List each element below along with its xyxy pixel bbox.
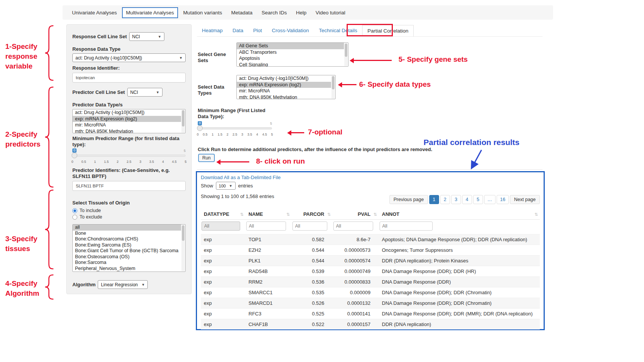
scrollbar[interactable] <box>181 225 185 271</box>
column-header-datatype[interactable]: DATATYPE⇅ <box>201 209 245 220</box>
filter-datatype-input[interactable] <box>202 222 240 231</box>
data-types-listbox[interactable]: act: Drug Activity (-log10[IC50M]) exp: … <box>236 75 336 99</box>
page-ellipsis: … <box>484 195 496 204</box>
tissues-listbox[interactable]: all Bone Bone:Chondrosarcoma (CHS) Bone:… <box>72 224 186 272</box>
min-range-slider[interactable]: 0 5 0 0.5 1 1.5 2 2.5 3 3.5 4 4.5 5 <box>198 121 272 138</box>
listbox-option-selected[interactable]: exp: mRNA Expression (log2) <box>73 116 181 122</box>
scrollbar[interactable] <box>181 110 185 133</box>
filter-parcor-input[interactable] <box>292 222 327 231</box>
predictor-data-types-listbox[interactable]: act: Drug Activity (-log10[IC50M]) exp: … <box>72 109 186 133</box>
radio-icon <box>72 215 77 220</box>
response-cell-line-set-label: Response Cell Line Set <box>72 34 127 40</box>
column-header-name[interactable]: NAME⇅ <box>245 209 292 220</box>
page-button-2[interactable]: 2 <box>440 195 450 204</box>
listbox-option[interactable]: ABC Transporters <box>237 49 344 56</box>
page-button-5[interactable]: 5 <box>473 195 483 204</box>
listbox-option[interactable]: Bone:Sarcoma <box>73 260 181 266</box>
nav-multivariate-analyses[interactable]: Multivariate Analyses <box>122 7 178 18</box>
table-row[interactable]: expEZH2 0.5440.00000573 Oncogenes; Tumor… <box>201 245 540 256</box>
min-predictor-range-label: Minimum Predictor Range (for first liste… <box>72 136 187 148</box>
slider-track[interactable] <box>198 127 272 130</box>
algorithm-select[interactable]: Linear Regression ▼ <box>98 280 148 289</box>
gene-sets-listbox[interactable]: All Gene Sets ABC Transporters Apoptosis… <box>236 42 349 67</box>
page-button-3[interactable]: 3 <box>451 195 461 204</box>
table-row[interactable]: expRAD54B 0.5390.00000749 DNA Damage Res… <box>201 266 540 277</box>
page-button-16[interactable]: 16 <box>497 195 509 204</box>
listbox-option[interactable]: mir: MicroRNA <box>237 88 331 94</box>
radio-to-include[interactable]: To include <box>72 208 186 213</box>
listbox-option-selected[interactable]: All Gene Sets <box>237 43 344 49</box>
nav-metadata[interactable]: Metadata <box>227 7 256 18</box>
nav-univariate-analyses[interactable]: Univariate Analyses <box>68 7 121 18</box>
nav-help[interactable]: Help <box>292 7 311 18</box>
predictor-identifiers-input[interactable] <box>72 181 186 191</box>
slider-handle[interactable] <box>72 153 77 158</box>
listbox-option[interactable]: Apoptosis <box>237 55 344 62</box>
table-row[interactable]: expPLK1 0.5440.00000574 DDR (DNA replica… <box>201 256 540 266</box>
predictor-cell-line-set-label: Predictor Cell Line Set <box>72 89 125 95</box>
slider-handle[interactable] <box>197 125 203 131</box>
listbox-option[interactable]: act: Drug Activity (-log10[IC50M]) <box>237 75 331 82</box>
annotation-bracket-4 <box>44 274 54 300</box>
listbox-option[interactable]: Bone:Ewing Sarcoma (ES) <box>73 242 181 248</box>
page-button-4[interactable]: 4 <box>462 195 472 204</box>
radio-icon <box>72 208 77 213</box>
listbox-option[interactable]: mth: DNA 850K Methylation <box>73 128 181 134</box>
predictor-cell-line-set-value: NCI <box>130 90 138 95</box>
listbox-option-selected[interactable]: exp: mRNA Expression (log2) <box>237 82 331 88</box>
scrollbar[interactable] <box>344 43 348 66</box>
download-link[interactable]: Download All as a Tab-Delimited File <box>201 175 540 180</box>
table-row[interactable]: expRFC3 0.5250.0000141 DNA Damage Respon… <box>201 309 540 319</box>
table-row[interactable]: expSMARCD1 0.5260.0000132 DNA Damage Res… <box>201 298 540 309</box>
show-entries-select[interactable]: 100 ▼ <box>216 182 236 190</box>
show-label: Show <box>201 183 213 189</box>
listbox-option[interactable]: Bone <box>73 231 181 237</box>
listbox-option[interactable]: Peripheral_Nervous_System <box>73 266 181 272</box>
response-data-type-select[interactable]: act: Drug Activity (-log10[IC50M]) ▼ <box>72 53 186 62</box>
tab-plot[interactable]: Plot <box>248 25 267 36</box>
annotation-bracket-1 <box>44 25 54 81</box>
table-row[interactable]: expRRM2 0.5360.00000833 DNA Damage Respo… <box>201 277 540 287</box>
listbox-option-selected[interactable]: all <box>73 225 181 231</box>
page-button-1[interactable]: 1 <box>429 195 439 204</box>
listbox-option[interactable]: act: Drug Activity (-log10[IC50M]) <box>73 109 181 116</box>
tab-cross-validation[interactable]: Cross-Validation <box>267 25 314 36</box>
min-predictor-range-slider[interactable]: 0 5 0 0.5 1 1.5 2 2.5 3 3.5 4 4.5 5 <box>72 148 186 165</box>
listbox-option[interactable]: mir: MicroRNA <box>73 122 181 128</box>
table-row[interactable]: expCHAF1B 0.5220.0000157 DDR (DNA replic… <box>201 319 540 330</box>
table-row[interactable]: expTOP1 0.5828.6e-7 Apoptosis; DNA Damag… <box>201 234 540 245</box>
tab-heatmap[interactable]: Heatmap <box>197 25 228 36</box>
tab-data[interactable]: Data <box>228 25 249 36</box>
slider-value-badge: 0 <box>72 148 77 153</box>
listbox-option[interactable]: Cell Signaling <box>237 62 344 67</box>
nav-search-ids[interactable]: Search IDs <box>257 7 291 18</box>
predictor-cell-line-set-select[interactable]: NCI ▼ <box>127 88 163 97</box>
response-identifier-input[interactable] <box>72 73 186 83</box>
listbox-option[interactable]: Bone:Giant Cell Tumor of Bone (GCTB) Sar… <box>73 248 181 254</box>
nav-mutation-variants[interactable]: Mutation variants <box>179 7 226 18</box>
sort-icon: ⇅ <box>374 212 377 217</box>
column-header-parcor[interactable]: PARCOR⇅ <box>292 209 333 220</box>
annotation-arrow-gene-sets <box>354 60 392 61</box>
response-cell-line-set-select[interactable]: NCI ▼ <box>129 32 164 41</box>
listbox-option[interactable]: Bone:Chondrosarcoma (CHS) <box>73 236 181 242</box>
filter-pval-input[interactable] <box>333 222 373 231</box>
nav-video-tutorial[interactable]: Video tutorial <box>311 7 350 18</box>
column-header-pval[interactable]: PVAL⇅ <box>333 209 379 220</box>
filter-name-input[interactable] <box>246 222 286 231</box>
run-button[interactable]: Run <box>198 154 215 162</box>
listbox-option[interactable]: mth: DNA 850K Methylation <box>237 94 331 100</box>
slider-max-label: 5 <box>184 149 186 153</box>
min-range-label: Minimum Range (First Listed Data Type): <box>198 108 270 120</box>
scrollbar[interactable] <box>331 76 335 98</box>
listbox-option[interactable]: Bone:Osteosarcoma (OS) <box>73 254 181 260</box>
filter-annot-input[interactable] <box>380 222 433 231</box>
next-page-button[interactable]: Next page <box>510 195 540 204</box>
table-row[interactable]: expSMARCC1 0.5350.000009 DNA Damage Resp… <box>201 287 540 298</box>
radio-to-exclude[interactable]: To exclude <box>72 214 186 220</box>
sort-icon: ⇅ <box>535 212 538 217</box>
previous-page-button[interactable]: Previous page <box>389 195 428 204</box>
column-header-annot[interactable]: ANNOT⇅ <box>379 209 540 220</box>
slider-track[interactable] <box>72 154 186 157</box>
algorithm-label: Algorithm <box>72 282 95 288</box>
